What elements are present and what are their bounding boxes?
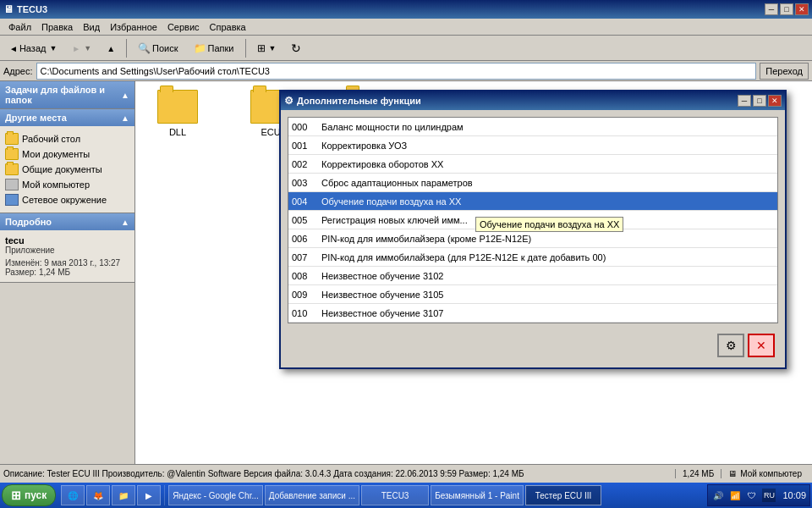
refresh-icon	[291, 41, 301, 55]
row-004-num: 004	[292, 196, 321, 207]
tray-icon-2[interactable]: 📶	[728, 489, 742, 502]
list-row-006[interactable]: 006 PIN-код для иммобилайзера (кроме P12…	[288, 229, 777, 248]
list-row-005[interactable]: 005 Регистрация новых ключей имм...	[288, 211, 777, 229]
modal-minimize-button[interactable]: ─	[738, 95, 751, 107]
menu-edit[interactable]: Правка	[36, 20, 78, 34]
details-header-label: Подробно	[5, 217, 52, 227]
quick-launch: 🌐 🦊 📁 ▶	[58, 485, 165, 505]
quicklaunch-ie[interactable]: 🌐	[61, 485, 85, 505]
list-row-004[interactable]: 004 Обучение подачи воздуха на ХХ	[288, 192, 777, 211]
modal-controls: ─ □ ✕	[738, 95, 782, 107]
back-button[interactable]: Назад ▼	[3, 38, 63, 58]
mydocs-icon	[5, 148, 19, 160]
taskbar-add-record-label: Добавление записи ...	[269, 491, 355, 500]
taskbar-paint[interactable]: Безымянный 1 - Paint	[431, 485, 524, 505]
taskbar-yandex[interactable]: Яндекс - Google Chr...	[168, 485, 262, 505]
modal-exit-button[interactable]: ✕	[748, 334, 775, 357]
list-row-010[interactable]: 010 Неизвестное обучение 3107	[288, 304, 777, 323]
ecu-label: ECU	[261, 127, 280, 137]
views-dropdown-icon: ▼	[269, 44, 277, 52]
file-item-dll[interactable]: DLL	[144, 90, 211, 137]
row-008-text: Неизвестное обучение 3102	[321, 271, 443, 281]
sidebar-item-shared[interactable]: Общие документы	[5, 162, 129, 177]
modal-maximize-button[interactable]: □	[753, 95, 766, 107]
refresh-button[interactable]	[285, 38, 307, 58]
modal-close-button[interactable]: ✕	[768, 95, 782, 107]
dll-label: DLL	[169, 127, 186, 137]
tray-icon-1[interactable]: 🔊	[711, 489, 725, 502]
taskbar-tester-ecu[interactable]: Тестер ECU III	[525, 485, 601, 505]
tray-icon-3[interactable]: 🛡	[745, 489, 759, 502]
row-010-text: Неизвестное обучение 3107	[321, 308, 443, 318]
tray-icon-lang[interactable]: RU	[762, 489, 776, 502]
taskbar-add-record[interactable]: Добавление записи ...	[265, 485, 359, 505]
dll-folder-icon	[157, 90, 198, 124]
mycomputer-label: Мой компьютер	[22, 179, 90, 190]
tasks-header[interactable]: Задачи для файлов и папок ▲	[0, 81, 134, 108]
quicklaunch-files[interactable]: 📁	[112, 485, 135, 505]
list-row-003[interactable]: 003 Сброс адаптационных параметров	[288, 174, 777, 192]
other-places-label: Другие места	[5, 113, 67, 123]
taskbar-yandex-label: Яндекс - Google Chr...	[173, 491, 258, 500]
menu-bar: Файл Правка Вид Избранное Сервис Справка	[0, 19, 812, 36]
row-006-text: PIN-код для иммобилайзера (кроме P12E-N1…	[321, 234, 531, 244]
toolbar: Назад ▼ ▼ Поиск Папки ▼	[0, 36, 812, 61]
back-dropdown-icon: ▼	[49, 44, 57, 52]
other-places-header[interactable]: Другие места ▲	[0, 109, 134, 126]
forward-button[interactable]: ▼	[66, 38, 97, 58]
list-row-000[interactable]: 000 Баланс мощности по цилиндрам	[288, 118, 777, 136]
detail-modified: Изменён: 9 мая 2013 г., 13:27	[5, 258, 129, 268]
menu-service[interactable]: Сервис	[162, 20, 205, 34]
list-row-001[interactable]: 001 Корректировка УОЗ	[288, 136, 777, 155]
menu-file[interactable]: Файл	[3, 20, 36, 34]
start-button[interactable]: ⊞ пуск	[2, 484, 56, 506]
folders-button[interactable]: Папки	[188, 38, 240, 58]
taskbar: ⊞ пуск 🌐 🦊 📁 ▶ Яндекс - Google Chr... До…	[0, 483, 812, 508]
modal-title-bar: ⚙ Дополнительные функции ─ □ ✕	[281, 91, 785, 110]
sidebar-item-network[interactable]: Сетевое окружение	[5, 192, 129, 207]
list-row-002[interactable]: 002 Корректировка оборотов ХХ	[288, 155, 777, 174]
details-toggle[interactable]: ▲	[121, 218, 129, 227]
quicklaunch-media[interactable]: ▶	[137, 485, 161, 505]
action-icon: ⚙	[726, 339, 737, 352]
details-header[interactable]: Подробно ▲	[0, 213, 134, 230]
quicklaunch-firefox[interactable]: 🦊	[86, 485, 110, 505]
list-row-009[interactable]: 009 Неизвестное обучение 3105	[288, 285, 777, 304]
other-places-toggle[interactable]: ▲	[121, 113, 129, 123]
sidebar-item-mydocs[interactable]: Мои документы	[5, 146, 129, 162]
toolbar-separator-2	[245, 39, 246, 58]
row-008-num: 008	[292, 271, 321, 281]
list-row-008[interactable]: 008 Неизвестное обучение 3102	[288, 267, 777, 285]
exit-icon: ✕	[756, 339, 766, 352]
maximize-button[interactable]: □	[780, 3, 793, 15]
taskbar-tester-label: Тестер ECU III	[535, 491, 592, 500]
clock: 10:09	[779, 490, 806, 500]
detail-filename: tecu	[5, 235, 129, 246]
address-go-button[interactable]: Переход	[760, 63, 809, 80]
row-009-num: 009	[292, 290, 321, 300]
sidebar-item-mycomputer[interactable]: Мой компьютер	[5, 177, 129, 192]
address-input[interactable]	[36, 63, 757, 80]
views-button[interactable]: ▼	[251, 38, 283, 58]
minimize-button[interactable]: ─	[765, 3, 778, 15]
menu-view[interactable]: Вид	[78, 20, 105, 34]
main-area: Задачи для файлов и папок ▲ Другие места…	[0, 81, 812, 464]
sidebar-item-desktop[interactable]: Рабочий стол	[5, 131, 129, 146]
modal-action-button[interactable]: ⚙	[717, 334, 744, 357]
up-button[interactable]	[101, 38, 121, 58]
window-title: TECU3	[17, 4, 47, 14]
status-computer: 🖥 Мой компьютер	[721, 469, 809, 478]
status-bar: Описание: Tester ECU III Производитель: …	[0, 464, 812, 483]
menu-help[interactable]: Справка	[205, 20, 251, 34]
computer-icon	[5, 179, 19, 190]
detail-filetype: Приложение	[5, 246, 129, 255]
close-button[interactable]: ✕	[795, 3, 809, 15]
status-size: 1,24 МБ	[675, 469, 721, 478]
menu-favorites[interactable]: Избранное	[105, 20, 162, 34]
tasks-section: Задачи для файлов и папок ▲	[0, 81, 134, 109]
list-row-007[interactable]: 007 PIN-код для иммобилайзера (для P12E-…	[288, 248, 777, 267]
tasks-toggle[interactable]: ▲	[121, 91, 129, 100]
row-002-text: Корректировка оборотов ХХ	[321, 159, 443, 169]
taskbar-tecu3[interactable]: TECU3	[361, 485, 429, 505]
search-button[interactable]: Поиск	[132, 38, 184, 58]
